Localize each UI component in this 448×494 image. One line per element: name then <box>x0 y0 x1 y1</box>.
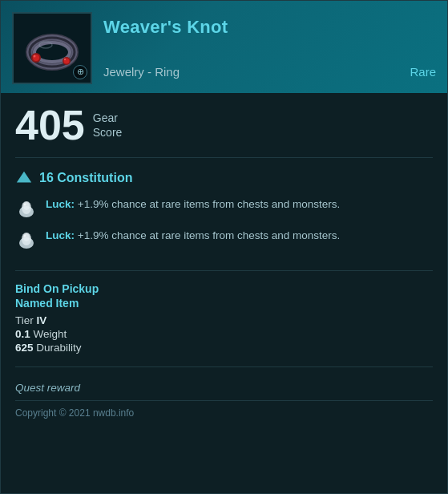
header-info: Weaver's Knot Jewelry - Ring Rare <box>103 17 436 79</box>
svg-point-19 <box>24 235 26 237</box>
perk-label-2: Luck: <box>46 229 75 241</box>
item-card: ⊕ Weaver's Knot Jewelry - Ring Rare 405 … <box>0 0 448 494</box>
svg-marker-11 <box>17 172 31 183</box>
weight-label: Weight <box>34 328 67 340</box>
gear-score-number: 405 <box>15 104 85 146</box>
item-type: Jewelry - Ring <box>103 65 180 79</box>
luck-perk-icon-1 <box>15 197 38 220</box>
perk-text-2: Luck: +1.9% chance at rare items from ch… <box>46 228 340 244</box>
perk-label-1: Luck: <box>46 198 75 210</box>
durability-label: Durability <box>36 342 81 354</box>
perk-item-2: Luck: +1.9% chance at rare items from ch… <box>15 228 433 251</box>
quest-reward: Quest reward <box>15 382 433 394</box>
primary-stat-text: 16 Constitution <box>39 171 132 185</box>
weight-row: 0.1 Weight <box>15 328 433 340</box>
svg-point-6 <box>34 55 36 57</box>
item-header: ⊕ Weaver's Knot Jewelry - Ring Rare <box>1 1 447 93</box>
perk-item-1: Luck: +1.9% chance at rare items from ch… <box>15 196 433 220</box>
arrow-up-icon <box>15 169 33 187</box>
item-type-row: Jewelry - Ring Rare <box>103 65 436 79</box>
gear-score-label-line1: Gear <box>93 111 123 125</box>
gear-score-label: Gear Score <box>93 111 123 140</box>
svg-point-18 <box>23 233 30 241</box>
bind-on-pickup: Bind On Pickup <box>15 282 433 295</box>
item-name: Weaver's Knot <box>103 17 436 38</box>
gear-score-section: 405 Gear Score <box>15 104 433 158</box>
tier-value: IV <box>37 314 47 326</box>
stats-section: 16 Constitution Luck: +1.9% chance at ra… <box>15 169 433 271</box>
perk-text-1: Luck: +1.9% chance at rare items from ch… <box>46 196 340 213</box>
luck-perk-icon-2 <box>15 229 38 251</box>
perk-desc-2: +1.9% chance at rare items from chests a… <box>75 229 340 241</box>
svg-point-9 <box>64 58 66 59</box>
footer-divider <box>15 400 433 401</box>
gear-score-label-line2: Score <box>93 125 123 140</box>
rarity-badge: Rare <box>410 65 436 79</box>
named-item-label: Named Item <box>15 297 433 310</box>
tier-row: Tier IV <box>15 314 433 326</box>
primary-stat: 16 Constitution <box>15 169 433 187</box>
item-body: 405 Gear Score 16 Constitution <box>1 93 447 493</box>
perk-desc-1: +1.9% chance at rare items from chests a… <box>75 198 340 210</box>
svg-point-15 <box>24 204 26 206</box>
meta-section: Bind On Pickup Named Item Tier IV 0.1 We… <box>15 282 433 367</box>
durability-value: 625 <box>15 342 34 354</box>
zoom-icon[interactable]: ⊕ <box>73 65 87 79</box>
svg-point-14 <box>23 202 30 210</box>
durability-row: 625 Durability <box>15 342 433 354</box>
copyright: Copyright © 2021 nwdb.info <box>15 407 433 419</box>
tier-prefix: Tier <box>15 314 34 326</box>
weight-value: 0.1 <box>15 328 30 340</box>
footer-section: Quest reward Copyright © 2021 nwdb.info <box>15 382 433 419</box>
item-image-container[interactable]: ⊕ <box>12 12 92 84</box>
